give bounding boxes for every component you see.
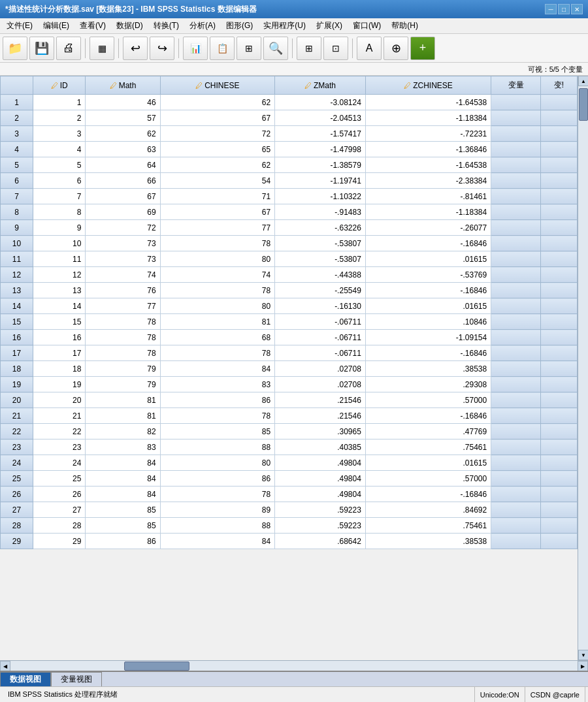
cell-math[interactable]: 86 (86, 534, 160, 549)
cell-zchinese[interactable]: -.16846 (365, 236, 491, 251)
cell-chinese[interactable]: 86 (160, 471, 274, 487)
cell-id[interactable]: 25 (33, 471, 86, 487)
cell-math[interactable]: 84 (86, 487, 160, 502)
cell-chinese[interactable]: 80 (160, 455, 274, 471)
tab-variable-view[interactable]: 变量视图 (51, 672, 102, 686)
cell-zmath[interactable]: -1.57417 (275, 126, 366, 142)
cell-math[interactable]: 81 (86, 408, 160, 424)
cell-chinese[interactable]: 71 (160, 189, 274, 204)
cell-zmath[interactable]: .49804 (275, 487, 366, 502)
menu-item-h[interactable]: 帮助(H) (387, 19, 422, 33)
cell-chinese[interactable]: 72 (160, 126, 274, 142)
cell-chinese[interactable]: 86 (160, 392, 274, 408)
cell-zmath[interactable]: -.06711 (275, 345, 366, 361)
col-id-header[interactable]: 🖊ID (33, 76, 86, 95)
cell-id[interactable]: 9 (33, 220, 86, 236)
cell-zmath[interactable]: .02708 (275, 361, 366, 377)
cell-math[interactable]: 81 (86, 392, 160, 408)
cell-id[interactable]: 12 (33, 267, 86, 283)
cell-id[interactable]: 18 (33, 361, 86, 377)
scroll-right-button[interactable]: ▶ (578, 661, 588, 671)
cell-chinese[interactable]: 80 (160, 251, 274, 267)
col-var2-header[interactable]: 变! (541, 76, 578, 95)
cell-math[interactable]: 85 (86, 502, 160, 518)
cell-zchinese[interactable]: -1.36846 (365, 142, 491, 157)
cell-chinese[interactable]: 74 (160, 267, 274, 283)
cell-math[interactable]: 79 (86, 377, 160, 392)
col-zchinese-header[interactable]: 🖊ZCHINESE (365, 76, 491, 95)
cell-zchinese[interactable]: .47769 (365, 424, 491, 439)
cell-math[interactable]: 76 (86, 283, 160, 298)
cell-math[interactable]: 83 (86, 439, 160, 455)
cell-id[interactable]: 11 (33, 251, 86, 267)
menu-item-e[interactable]: 文件(E) (3, 19, 37, 33)
data-editor-button[interactable]: ▦ (90, 37, 114, 60)
cell-chinese[interactable]: 67 (160, 204, 274, 220)
cell-id[interactable]: 14 (33, 298, 86, 314)
cell-id[interactable]: 1 (33, 95, 86, 110)
cell-zmath[interactable]: -.16130 (275, 298, 366, 314)
find-button[interactable]: 🔍 (263, 37, 288, 60)
minimize-button[interactable]: ─ (545, 4, 557, 14)
cell-math[interactable]: 82 (86, 424, 160, 439)
cell-id[interactable]: 28 (33, 518, 86, 534)
cell-chinese[interactable]: 80 (160, 298, 274, 314)
cell-chinese[interactable]: 54 (160, 173, 274, 189)
cell-zmath[interactable]: -1.10322 (275, 189, 366, 204)
cell-chinese[interactable]: 78 (160, 408, 274, 424)
cell-math[interactable]: 84 (86, 471, 160, 487)
more-button[interactable]: + (410, 37, 435, 60)
close-button[interactable]: ✕ (571, 4, 583, 14)
cell-zchinese[interactable]: .38538 (365, 534, 491, 549)
save-button[interactable]: 💾 (29, 37, 54, 60)
cell-zchinese[interactable]: .75461 (365, 518, 491, 534)
cell-chinese[interactable]: 62 (160, 157, 274, 173)
cell-zchinese[interactable]: .57000 (365, 471, 491, 487)
cell-math[interactable]: 46 (86, 95, 160, 110)
cell-math[interactable]: 84 (86, 455, 160, 471)
cell-id[interactable]: 21 (33, 408, 86, 424)
cell-id[interactable]: 20 (33, 392, 86, 408)
cell-math[interactable]: 78 (86, 345, 160, 361)
cell-zmath[interactable]: .59223 (275, 502, 366, 518)
cell-math[interactable]: 78 (86, 314, 160, 330)
menu-item-g[interactable]: 图形(G) (222, 19, 257, 33)
col-zmath-header[interactable]: 🖊ZMath (275, 76, 366, 95)
cell-math[interactable]: 62 (86, 126, 160, 142)
tab-data-view[interactable]: 数据视图 (0, 672, 51, 686)
cell-zmath[interactable]: -3.08124 (275, 95, 366, 110)
cell-id[interactable]: 16 (33, 330, 86, 345)
menu-item-a[interactable]: 分析(A) (186, 19, 220, 33)
undo-button[interactable]: ↩ (123, 37, 148, 60)
cell-math[interactable]: 69 (86, 204, 160, 220)
cell-zmath[interactable]: -.25549 (275, 283, 366, 298)
cell-id[interactable]: 6 (33, 173, 86, 189)
menu-item-t[interactable]: 转换(T) (150, 19, 183, 33)
cell-chinese[interactable]: 65 (160, 142, 274, 157)
cell-zchinese[interactable]: -.16846 (365, 408, 491, 424)
cell-math[interactable]: 79 (86, 361, 160, 377)
cell-chinese[interactable]: 85 (160, 424, 274, 439)
cell-chinese[interactable]: 78 (160, 283, 274, 298)
cell-zchinese[interactable]: -.26077 (365, 220, 491, 236)
cell-zchinese[interactable]: .29308 (365, 377, 491, 392)
table-button[interactable]: 📋 (210, 37, 235, 60)
grid-button[interactable]: ⊞ (297, 37, 321, 60)
cell-zmath[interactable]: -2.04513 (275, 110, 366, 126)
cell-zchinese[interactable]: -1.18384 (365, 204, 491, 220)
cell-zchinese[interactable]: -.16846 (365, 283, 491, 298)
script-button[interactable]: A (357, 37, 382, 60)
cell-chinese[interactable]: 81 (160, 314, 274, 330)
cell-zchinese[interactable]: -.16846 (365, 487, 491, 502)
cell-id[interactable]: 23 (33, 439, 86, 455)
cell-zchinese[interactable]: .57000 (365, 392, 491, 408)
h-scroll-track[interactable] (10, 661, 578, 671)
cell-zchinese[interactable]: -.53769 (365, 267, 491, 283)
cell-id[interactable]: 8 (33, 204, 86, 220)
cell-math[interactable]: 66 (86, 173, 160, 189)
cell-math[interactable]: 67 (86, 189, 160, 204)
cell-zchinese[interactable]: -.81461 (365, 189, 491, 204)
cell-zchinese[interactable]: -1.64538 (365, 95, 491, 110)
cell-zmath[interactable]: .02708 (275, 377, 366, 392)
menu-item-e[interactable]: 编辑(E) (39, 19, 73, 33)
